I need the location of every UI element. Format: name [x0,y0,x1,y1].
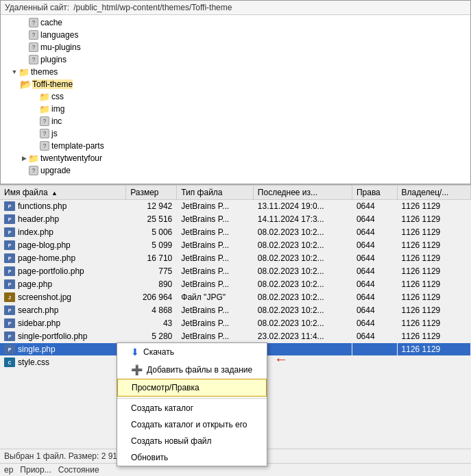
col-header-rights[interactable]: Права [352,186,397,200]
question-mark: ? [29,55,38,64]
expand-btn-twentytwentyfour[interactable]: ▶ [20,154,28,162]
tree-item-img[interactable]: 📁img [1,103,470,115]
tab-er[interactable]: ер [4,465,13,475]
tree-item-toffi-theme[interactable]: 📂Toffi-theme [1,78,470,90]
expand-btn-js[interactable] [31,129,39,138]
col-header-size[interactable]: Размер [126,186,177,200]
file-date-cell: 08.02.2023 10:2... [253,291,352,304]
table-row[interactable]: Ppage-portfolio.php775JetBrains P...08.0… [0,265,471,278]
file-name-text: header.php [18,214,59,224]
folder-icon-toffi-theme: 📂 [20,79,31,90]
file-size-cell: 16 710 [126,252,177,265]
php-file-icon: P [4,331,15,341]
context-menu-item-view-edit[interactable]: Просмотр/Правка [117,379,267,397]
context-menu-divider [117,398,267,399]
context-menu-label-refresh: Обновить [131,453,168,462]
context-menu-item-download[interactable]: ⬇Скачать [117,343,267,361]
folder-closed-icon: 📁 [39,104,50,114]
file-size-cell: 12 942 [126,200,177,213]
file-size-cell: 5 280 [126,330,177,343]
file-type-cell: JetBrains P... [177,226,254,239]
expand-btn-plugins[interactable] [20,55,28,64]
tree-label-plugins: plugins [40,55,67,64]
file-size-cell: 775 [126,265,177,278]
question-icon-languages: ? [28,29,39,40]
context-menu-item-create-dir-open[interactable]: Создать каталог и открыть его [117,416,267,433]
tree-item-twentytwentyfour[interactable]: ▶📁twentytwentyfour [1,152,470,164]
tree-item-cache[interactable]: ?cache [1,16,470,29]
table-row[interactable]: Ppage.php890JetBrains P...08.02.2023 10:… [0,278,471,291]
expand-btn-css[interactable] [31,92,39,101]
table-row[interactable]: Pfunctions.php12 942JetBrains P...13.11.… [0,200,471,213]
col-header-type[interactable]: Тип файла [177,186,254,200]
context-menu-label-create-dir: Создать каталог [131,403,193,413]
file-rights-cell: 0644 [352,291,397,304]
php-file-icon: P [4,266,15,276]
tree-item-js[interactable]: ?js [1,127,470,140]
col-header-name[interactable]: Имя файла ▲ [0,186,126,200]
remote-site-path: /public_html/wp-content/themes/Toffi-the… [73,3,232,12]
file-owner-cell: 1126 1129 [397,200,470,213]
file-owner-cell: 1126 1129 [397,265,470,278]
tree-item-plugins[interactable]: ?plugins [1,53,470,66]
expand-btn-img[interactable] [31,105,39,113]
expand-btn-mu-plugins[interactable] [20,43,28,51]
context-menu-label-create-dir-open: Создать каталог и открыть его [131,420,247,429]
file-type-cell: Файл "JPG" [177,291,254,304]
folder-closed-icon: 📁 [19,67,29,77]
file-type-cell: JetBrains P... [177,213,254,226]
table-row[interactable]: Pheader.php25 516JetBrains P...14.11.202… [0,213,471,226]
file-date-cell: 13.11.2024 19:0... [253,200,352,213]
question-mark: ? [29,166,38,175]
file-date-cell: 08.02.2023 10:2... [253,265,352,278]
tree-item-template-parts[interactable]: ?template-parts [1,140,470,152]
tree-item-inc[interactable]: ?inc [1,115,470,127]
file-name-cell: Psingle-portfolio.php [0,330,126,343]
file-date-cell [253,356,352,369]
table-row[interactable]: Pindex.php5 006JetBrains P...08.02.2023 … [0,226,471,239]
tree-label-mu-plugins: mu-plugins [40,42,81,52]
remote-site-bar: Удаленный сайт: /public_html/wp-content/… [1,1,470,15]
expand-btn-inc[interactable] [31,117,39,125]
col-header-date[interactable]: Последнее из... [253,186,352,200]
context-menu-item-add-task[interactable]: ➕Добавить файлы в задание [117,361,267,379]
folder-icon-css: 📁 [39,91,50,102]
php-file-icon: P [4,240,15,250]
tree-item-languages[interactable]: ?languages [1,29,470,41]
tree-item-mu-plugins[interactable]: ?mu-plugins [1,41,470,53]
table-row[interactable]: Psingle-portfolio.php5 280JetBrains P...… [0,330,471,343]
table-row[interactable]: Psearch.php4 868JetBrains P...08.02.2023… [0,304,471,317]
question-icon-js: ? [39,128,50,139]
expand-btn-themes[interactable]: ▼ [10,68,19,76]
file-name-cell: Pheader.php [0,213,126,226]
expand-btn-cache[interactable] [20,18,28,27]
file-date-cell: 08.02.2023 10:2... [253,226,352,239]
folder-icon-twentytwentyfour: 📁 [28,153,39,164]
context-menu-label-create-file: Создать новый файл [131,436,212,446]
tree-label-toffi-theme: Toffi-theme [32,79,73,89]
context-menu-item-refresh[interactable]: Обновить [117,449,267,466]
table-row[interactable]: Jscreenshot.jpg206 964Файл "JPG"08.02.20… [0,291,471,304]
file-type-cell: JetBrains P... [177,317,254,330]
file-owner-cell: 1126 1129 [397,213,470,226]
context-menu-item-create-dir[interactable]: Создать каталог [117,400,267,416]
table-row[interactable]: Ppage-blog.php5 099JetBrains P...08.02.2… [0,239,471,252]
tree-item-upgrade[interactable]: ?upgrade [1,164,470,177]
question-mark: ? [29,30,38,40]
tree-item-css[interactable]: 📁css [1,90,470,103]
add-task-icon: ➕ [131,364,143,375]
file-rights-cell [352,343,397,356]
table-row[interactable]: Psidebar.php43JetBrains P...08.02.2023 1… [0,317,471,330]
expand-btn-upgrade[interactable] [20,166,28,175]
expand-btn-template-parts[interactable] [31,142,39,150]
table-row[interactable]: Ppage-home.php16 710JetBrains P...08.02.… [0,252,471,265]
context-menu-item-create-file[interactable]: Создать новый файл [117,433,267,449]
tree-item-themes[interactable]: ▼📁themes [1,66,470,78]
tab-prior[interactable]: Приор... [20,465,51,475]
tree-label-js: js [51,129,58,138]
expand-btn-languages[interactable] [20,31,28,39]
col-header-owner[interactable]: Владелец/... [397,186,470,200]
file-rights-cell: 0644 [352,226,397,239]
file-name-cell: Psingle.php [0,343,126,356]
tab-state[interactable]: Состояние [58,465,99,475]
